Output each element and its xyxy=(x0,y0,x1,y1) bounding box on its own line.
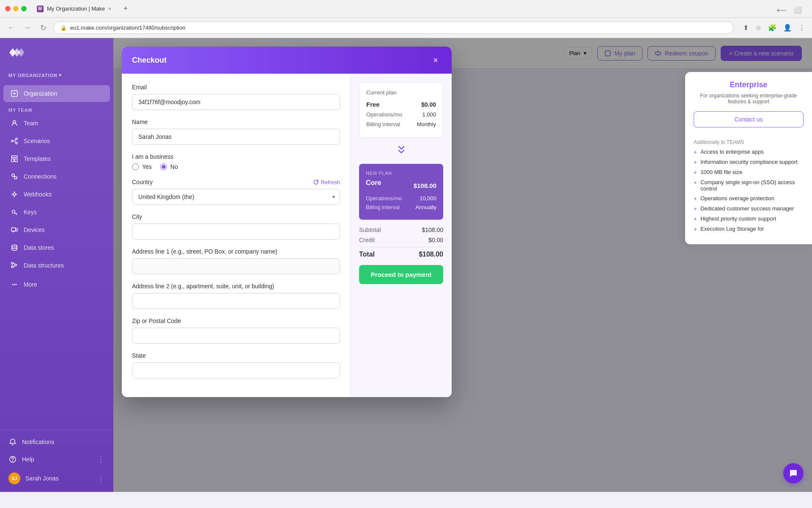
address1-input[interactable] xyxy=(132,258,340,274)
sidebar-nav-organization[interactable]: Organization xyxy=(3,85,110,102)
address2-input[interactable] xyxy=(132,293,340,309)
window-maximize-button[interactable]: ⬜ xyxy=(792,4,804,16)
address-bar[interactable]: 🔒 eu1.make.com/organization/17480/subscr… xyxy=(53,22,734,34)
zip-input[interactable] xyxy=(132,328,340,344)
business-yes-label[interactable]: Yes xyxy=(132,163,152,170)
operations-label: Operations/mo xyxy=(366,111,402,118)
state-input[interactable] xyxy=(132,362,340,378)
close-traffic-light[interactable] xyxy=(5,6,11,11)
forward-button[interactable]: → xyxy=(21,22,33,34)
subtotal-value: $108.00 xyxy=(422,226,443,233)
svg-point-12 xyxy=(12,245,17,247)
tab-close-button[interactable]: × xyxy=(108,6,111,12)
business-no-radio[interactable] xyxy=(160,163,167,170)
data-stores-icon xyxy=(10,243,19,252)
team-icon xyxy=(10,119,19,127)
sidebar-nav-webhooks[interactable]: Webhooks xyxy=(3,186,110,203)
user-more-icon[interactable]: ⋮ xyxy=(97,474,105,483)
email-input[interactable] xyxy=(132,94,340,110)
chevron-down-icon xyxy=(359,145,443,160)
sidebar-nav-data-stores[interactable]: Data stores xyxy=(3,239,110,256)
help-label: Help xyxy=(22,456,34,463)
current-plan-title: Current plan xyxy=(366,89,436,96)
browser-chrome: M My Organization | Make × + ⟵ ⬜ ← → ↻ 🔒… xyxy=(0,0,812,38)
modal-title: Checkout xyxy=(132,56,167,65)
contact-us-button[interactable]: Contact us xyxy=(694,111,804,127)
more-options-icon[interactable]: ⋮ xyxy=(797,22,807,33)
business-yes-text: Yes xyxy=(142,163,152,170)
address1-group: Address line 1 (e.g., street, PO Box, or… xyxy=(132,248,340,274)
templates-label: Templates xyxy=(24,155,51,162)
city-input[interactable] xyxy=(132,224,340,240)
checkout-modal: Checkout × Email Name xyxy=(122,47,452,397)
plus-icon-7: + xyxy=(694,215,697,222)
feature-label-6: Dedicated customer success manager xyxy=(700,205,794,212)
sidebar-nav-templates[interactable]: Templates xyxy=(3,150,110,167)
bookmark-icon[interactable]: ☆ xyxy=(754,22,763,33)
fullscreen-traffic-light[interactable] xyxy=(21,6,27,11)
sidebar-nav-more[interactable]: More xyxy=(3,276,110,293)
svg-point-4 xyxy=(16,142,17,144)
sidebar-nav-connections[interactable]: Connections xyxy=(3,168,110,185)
sidebar-nav-scenarios[interactable]: Scenarios xyxy=(3,133,110,149)
sidebar-bottom: Notifications Help ⋮ SJ Sarah Jonas ⋮ xyxy=(0,430,113,492)
back-button[interactable]: ← xyxy=(5,22,17,34)
minimize-traffic-light[interactable] xyxy=(13,6,19,11)
webhooks-icon xyxy=(10,190,19,199)
country-label: Country xyxy=(132,179,153,185)
new-plan-amount: $108.00 xyxy=(414,182,436,189)
modal-close-button[interactable]: × xyxy=(430,54,442,66)
proceed-to-payment-button[interactable]: Proceed to payment xyxy=(359,265,443,284)
team-label: Team xyxy=(24,120,38,127)
country-select[interactable]: United Kingdom (the) United States Germa… xyxy=(132,189,340,205)
sidebar-nav-team[interactable]: Team xyxy=(3,115,110,132)
business-yes-radio[interactable] xyxy=(132,163,139,170)
window-minimize-button[interactable]: ⟵ xyxy=(775,4,788,16)
current-plan-card: Current plan Free $0.00 Operations/mo 1,… xyxy=(359,82,443,138)
sidebar-nav-keys[interactable]: Keys xyxy=(3,204,110,221)
state-group: State xyxy=(132,352,340,378)
org-label[interactable]: MY ORGANIZATION ▾ xyxy=(7,69,107,81)
svg-rect-7 xyxy=(15,159,17,162)
feature-label-3: 1000 MB file size xyxy=(700,169,742,175)
share-icon[interactable]: ⬆ xyxy=(741,22,750,33)
address2-label: Address line 2 (e.g., apartment, suite, … xyxy=(132,283,340,290)
organization-label: Organization xyxy=(24,90,57,97)
sidebar-item-notifications[interactable]: Notifications xyxy=(3,433,110,450)
make-logo xyxy=(8,48,24,61)
svg-point-3 xyxy=(16,138,17,140)
webhooks-label: Webhooks xyxy=(24,191,52,198)
refresh-button[interactable]: Refresh xyxy=(313,179,340,185)
keys-icon xyxy=(10,208,19,216)
subtotal-row: Subtotal $108.00 xyxy=(359,226,443,233)
sidebar-nav-devices[interactable]: Devices xyxy=(3,221,110,238)
refresh-icon xyxy=(313,179,319,185)
extensions-icon[interactable]: 🧩 xyxy=(766,22,778,33)
city-group: City xyxy=(132,213,340,240)
help-more-icon[interactable]: ⋮ xyxy=(97,455,105,464)
plus-icon-8: + xyxy=(694,226,697,232)
sidebar-item-user[interactable]: SJ Sarah Jonas ⋮ xyxy=(3,468,110,489)
org-dropdown-icon: ▾ xyxy=(59,72,62,78)
svg-point-18 xyxy=(16,284,17,285)
more-label: More xyxy=(24,281,37,288)
sidebar-nav-data-structures[interactable]: Data structures xyxy=(3,257,110,274)
main-content: My Organization Make Plan ▾ My plan Rede… xyxy=(113,38,812,492)
user-avatar: SJ xyxy=(8,472,20,484)
reload-button[interactable]: ↻ xyxy=(37,22,49,34)
new-tab-button[interactable]: + xyxy=(120,3,132,15)
sidebar: MY ORGANIZATION ▾ Organization MY TEAM T… xyxy=(0,38,113,492)
svg-rect-14 xyxy=(11,266,13,268)
browser-tab[interactable]: M My Organization | Make × xyxy=(30,2,118,16)
new-billing-row: Billing interval Annually xyxy=(366,204,436,210)
address-bar-row: ← → ↻ 🔒 eu1.make.com/organization/17480/… xyxy=(0,18,812,38)
chat-widget-button[interactable] xyxy=(783,463,804,483)
profile-icon[interactable]: 👤 xyxy=(782,22,793,33)
zip-label: Zip or Postal Code xyxy=(132,318,340,324)
feature-label-5: Operations overage protection xyxy=(700,195,774,202)
billing-label: Billing interval xyxy=(366,121,400,127)
sidebar-item-help[interactable]: Help ⋮ xyxy=(3,450,110,468)
business-no-label[interactable]: No xyxy=(160,163,178,170)
name-input[interactable] xyxy=(132,129,340,145)
feature-label-2: Information security compliance support xyxy=(700,159,798,165)
